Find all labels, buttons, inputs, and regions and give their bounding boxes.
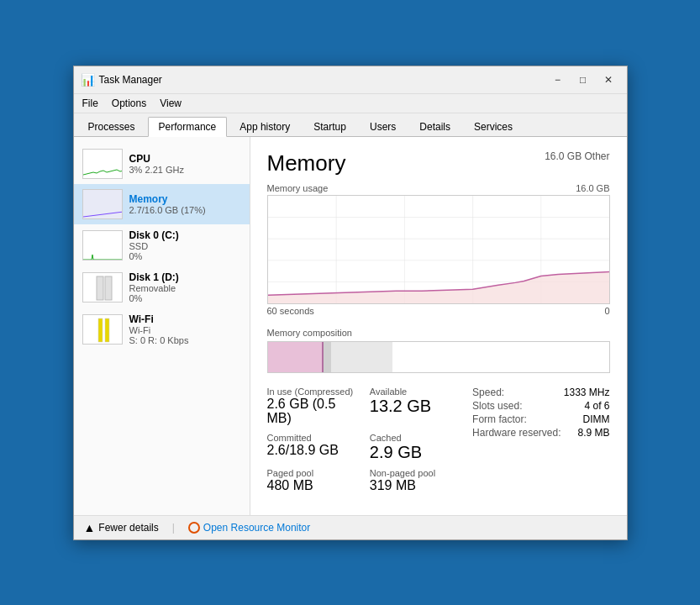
fewer-details-button[interactable]: ▲ Fewer details [84, 521, 159, 534]
disk1-subtitle: Removable [129, 283, 179, 293]
wifi-info: Wi-Fi Wi-Fi S: 0 R: 0 Kbps [129, 313, 189, 345]
in-use-label: In use (Compressed) [267, 387, 356, 397]
stats-area: In use (Compressed) 2.6 GB (0.5 MB) Avai… [267, 387, 610, 493]
slots-value: 4 of 6 [584, 400, 609, 412]
stat-cached: Cached 2.9 GB [370, 433, 459, 461]
sidebar-item-cpu[interactable]: CPU 3% 2.21 GHz [74, 144, 250, 184]
memory-info: Memory 2.7/16.0 GB (17%) [129, 193, 206, 215]
stats-grid: In use (Compressed) 2.6 GB (0.5 MB) Avai… [267, 387, 460, 493]
cpu-thumbnail [82, 149, 123, 179]
comp-modified [324, 342, 330, 372]
tab-services[interactable]: Services [463, 117, 524, 136]
main-panel: Memory 16.0 GB Other Memory usage 16.0 G… [250, 137, 627, 515]
main-subtitle: 16.0 GB Other [545, 150, 609, 162]
menu-bar: File Options View [74, 94, 627, 113]
hw-label: Hardware reserved: [472, 427, 561, 439]
fewer-details-label: Fewer details [98, 522, 158, 534]
composition-section: Memory composition [267, 323, 610, 373]
window-title: Task Manager [99, 74, 546, 86]
close-button[interactable]: ✕ [597, 71, 620, 88]
stat-available: Available 13.2 GB [370, 387, 459, 426]
sidebar-item-memory[interactable]: Memory 2.7/16.0 GB (17%) [74, 184, 250, 224]
sidebar: CPU 3% 2.21 GHz Memory 2.7/16.0 GB (17%) [74, 137, 250, 515]
menu-file[interactable]: File [77, 96, 103, 111]
committed-label: Committed [267, 433, 356, 443]
maximize-button[interactable]: □ [571, 71, 595, 88]
slots-label: Slots used: [472, 400, 522, 412]
slots-row: Slots used: 4 of 6 [472, 400, 609, 412]
open-monitor-label: Open Resource Monitor [203, 522, 310, 534]
disk1-mini-chart [83, 273, 123, 302]
disk1-value: 0% [129, 293, 179, 303]
cpu-subtitle: 3% 2.21 GHz [129, 165, 184, 175]
disk0-info: Disk 0 (C:) SSD 0% [129, 229, 179, 261]
form-label: Form factor: [472, 413, 527, 425]
committed-value: 2.6/18.9 GB [267, 443, 356, 458]
paged-value: 480 MB [267, 478, 356, 493]
disk1-title: Disk 1 (D:) [129, 271, 179, 283]
disk1-thumbnail [82, 272, 123, 302]
memory-subtitle: 2.7/16.0 GB (17%) [129, 205, 206, 215]
svg-rect-3 [98, 318, 103, 342]
sidebar-item-disk1[interactable]: Disk 1 (D:) Removable 0% [74, 266, 250, 308]
speed-row: Speed: 1333 MHz [472, 387, 609, 398]
task-manager-window: 📊 Task Manager − □ ✕ File Options View P… [73, 66, 628, 540]
usage-max: 16.0 GB [576, 183, 609, 193]
monitor-icon [188, 522, 200, 534]
cpu-info: CPU 3% 2.21 GHz [129, 153, 184, 175]
cpu-title: CPU [129, 153, 184, 165]
fewer-details-icon: ▲ [84, 521, 96, 534]
nonpaged-value: 319 MB [370, 478, 459, 493]
cached-label: Cached [370, 433, 459, 443]
disk0-value: 0% [129, 251, 179, 261]
open-resource-monitor-link[interactable]: Open Resource Monitor [188, 522, 310, 534]
paged-label: Paged pool [267, 468, 356, 478]
window-controls: − □ ✕ [546, 71, 620, 88]
title-bar: 📊 Task Manager − □ ✕ [74, 66, 627, 94]
minimize-button[interactable]: − [546, 71, 570, 88]
stat-nonpaged: Non-paged pool 319 MB [370, 468, 459, 493]
footer-divider: | [172, 522, 175, 534]
speed-value: 1333 MHz [564, 387, 610, 398]
left-stats: In use (Compressed) 2.6 GB (0.5 MB) Avai… [267, 387, 460, 493]
disk0-mini-chart [83, 231, 123, 260]
composition-bar [267, 341, 610, 373]
tab-performance[interactable]: Performance [148, 117, 228, 137]
menu-view[interactable]: View [155, 96, 187, 111]
comp-standby [331, 342, 392, 372]
wifi-subtitle: Wi-Fi [129, 325, 189, 335]
stat-committed: Committed 2.6/18.9 GB [267, 433, 356, 461]
sidebar-item-wifi[interactable]: Wi-Fi Wi-Fi S: 0 R: 0 Kbps [74, 308, 250, 350]
svg-rect-2 [105, 276, 112, 300]
menu-options[interactable]: Options [107, 96, 151, 111]
form-value: DIMM [583, 413, 610, 425]
hw-row: Hardware reserved: 8.9 MB [472, 427, 609, 439]
tab-startup[interactable]: Startup [303, 117, 357, 136]
usage-chart-section: Memory usage 16.0 GB [267, 183, 610, 316]
usage-chart [267, 195, 610, 304]
tab-users[interactable]: Users [359, 117, 407, 136]
available-label: Available [370, 387, 459, 397]
available-value: 13.2 GB [370, 397, 459, 415]
wifi-mini-chart [83, 315, 123, 345]
disk0-thumbnail [82, 230, 123, 260]
speed-label: Speed: [472, 387, 504, 398]
right-stats: Speed: 1333 MHz Slots used: 4 of 6 Form … [472, 387, 609, 493]
disk0-title: Disk 0 (C:) [129, 229, 179, 241]
wifi-title: Wi-Fi [129, 313, 189, 325]
svg-rect-1 [97, 276, 103, 300]
stat-in-use: In use (Compressed) 2.6 GB (0.5 MB) [267, 387, 356, 426]
chart-time-row: 60 seconds 0 [267, 306, 610, 316]
tab-details[interactable]: Details [408, 117, 461, 136]
sidebar-item-disk0[interactable]: Disk 0 (C:) SSD 0% [74, 224, 250, 266]
cpu-mini-chart [83, 150, 123, 179]
svg-rect-0 [83, 190, 123, 219]
usage-label: Memory usage [267, 183, 329, 193]
tab-app-history[interactable]: App history [229, 117, 301, 136]
hw-value: 8.9 MB [577, 427, 609, 439]
time-end: 0 [604, 306, 609, 316]
tab-bar: Processes Performance App history Startu… [74, 113, 627, 137]
comp-free [392, 342, 609, 372]
tab-processes[interactable]: Processes [77, 117, 146, 136]
time-start: 60 seconds [267, 306, 314, 316]
